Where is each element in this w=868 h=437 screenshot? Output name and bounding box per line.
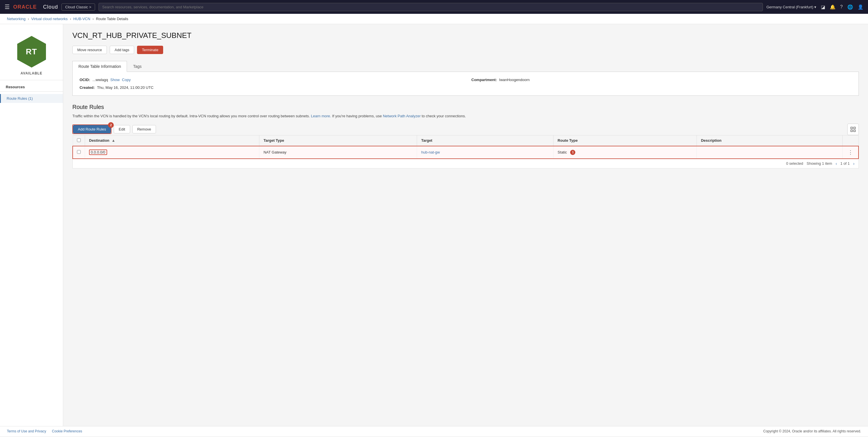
action-buttons: Move resource Add tags Terminate <box>72 46 859 54</box>
page-footer: Terms of Use and Privacy Cookie Preferen… <box>0 426 868 436</box>
ocid-row: OCID: ...wwlagq Show Copy <box>80 78 460 82</box>
header-description: Description <box>697 135 843 146</box>
svg-rect-2 <box>854 127 855 129</box>
header-route-type: Route Type <box>554 135 697 146</box>
tab-route-table-info[interactable]: Route Table Information <box>72 61 127 72</box>
page-title: VCN_RT_HUB_PRIVATE_SUBNET <box>72 31 859 40</box>
main-layout: RT AVAILABLE Resources Route Rules (1) V… <box>0 24 868 426</box>
top-navigation: ☰ ORACLE Cloud Cloud Classic > Germany C… <box>0 0 868 14</box>
page-info: 1 of 1 <box>840 161 850 166</box>
network-path-analyzer-link[interactable]: Network Path Analyzer <box>383 114 421 118</box>
created-label: Created: <box>80 85 95 90</box>
info-grid: OCID: ...wwlagq Show Copy Compartment: I… <box>80 78 851 90</box>
add-route-rules-button[interactable]: Add Route Rules <box>73 125 111 134</box>
user-icon[interactable]: 👤 <box>858 4 863 10</box>
created-value: Thu, May 16, 2024, 11:00:20 UTC <box>97 85 154 90</box>
showing-count: Showing 1 item <box>807 161 832 166</box>
compartment-row: Compartment: IwanHoogendoorn <box>471 78 851 82</box>
topnav-right: Germany Central (Frankfurt) ▾ ◪ 🔔 ? 🌐 👤 <box>766 4 863 10</box>
tabs-container: Route Table Information Tags <box>72 61 859 72</box>
resource-icon-container: RT AVAILABLE <box>0 30 63 80</box>
grid-icon <box>850 127 856 132</box>
oracle-text: ORACLE <box>13 4 37 10</box>
terminate-button[interactable]: Terminate <box>137 46 163 54</box>
svg-rect-3 <box>851 130 852 132</box>
tab-tags[interactable]: Tags <box>127 61 148 72</box>
sidebar-divider <box>0 91 63 92</box>
move-resource-button[interactable]: Move resource <box>72 46 107 54</box>
table-footer: 0 selected Showing 1 item ‹ 1 of 1 › <box>72 159 859 169</box>
ocid-label: OCID: <box>80 78 90 82</box>
hex-initials: RT <box>26 47 37 56</box>
route-rules-description: Traffic within the VCN is handled by the… <box>72 113 859 119</box>
sidebar-resources-title: Resources <box>0 80 63 91</box>
breadcrumb: Networking › Virtual cloud networks › HU… <box>0 14 868 24</box>
compartment-label: Compartment: <box>471 78 497 82</box>
row-target-type-cell: NAT Gateway <box>259 146 417 159</box>
breadcrumb-vcn-list[interactable]: Virtual cloud networks <box>31 17 68 21</box>
cloud-classic-button[interactable]: Cloud Classic > <box>61 3 95 11</box>
grid-view-button[interactable] <box>847 124 859 135</box>
left-sidebar: RT AVAILABLE Resources Route Rules (1) <box>0 24 63 426</box>
route-table-wrapper: Destination ▲ Target Type Target Route T… <box>72 135 859 169</box>
hamburger-menu[interactable]: ☰ <box>5 3 10 10</box>
search-input[interactable] <box>98 3 763 11</box>
footer-links: Terms of Use and Privacy Cookie Preferen… <box>7 429 82 433</box>
globe-icon[interactable]: 🌐 <box>847 4 853 10</box>
destination-highlight: 0.0.0.0/0 <box>89 149 107 155</box>
ocid-copy-link[interactable]: Copy <box>122 78 131 82</box>
route-table: Destination ▲ Target Type Target Route T… <box>72 135 859 159</box>
breadcrumb-networking[interactable]: Networking <box>7 17 26 21</box>
sidebar-item-route-rules[interactable]: Route Rules (1) <box>0 94 63 103</box>
created-row: Created: Thu, May 16, 2024, 11:00:20 UTC <box>80 85 460 90</box>
breadcrumb-current: Route Table Details <box>96 17 128 21</box>
row-actions-cell: ⋮ <box>843 146 859 159</box>
table-row: 0.0.0.0/0 NAT Gateway hub-nat-gw Static … <box>73 146 859 159</box>
row-actions-button[interactable]: ⋮ <box>847 149 854 155</box>
table-header: Destination ▲ Target Type Target Route T… <box>73 135 859 146</box>
compartment-value: IwanHoogendoorn <box>499 78 530 82</box>
breadcrumb-sep-2: › <box>70 17 72 21</box>
breadcrumb-hub-vcn[interactable]: HUB-VCN <box>73 17 90 21</box>
status-label: AVAILABLE <box>21 71 42 75</box>
header-destination: Destination ▲ <box>85 135 259 146</box>
edit-button[interactable]: Edit <box>114 125 130 134</box>
row-route-type-cell: Static 1 <box>554 146 697 159</box>
prev-page-button[interactable]: ‹ <box>836 161 837 166</box>
route-rules-title: Route Rules <box>72 104 859 110</box>
help-icon[interactable]: ? <box>840 4 843 9</box>
remove-button[interactable]: Remove <box>132 125 156 134</box>
selected-count: 0 selected <box>786 161 803 166</box>
cookies-link[interactable]: Cookie Preferences <box>52 429 82 433</box>
console-icon[interactable]: ◪ <box>821 4 825 10</box>
row-description-cell <box>697 146 843 159</box>
header-checkbox-col <box>73 135 85 146</box>
add-tags-button[interactable]: Add tags <box>110 46 134 54</box>
cloud-text: Cloud <box>43 4 58 10</box>
svg-rect-4 <box>854 130 855 132</box>
select-all-checkbox[interactable] <box>77 138 81 142</box>
add-route-rules-badge: 2 <box>108 122 114 128</box>
row-checkbox[interactable] <box>77 150 81 154</box>
bell-icon[interactable]: 🔔 <box>830 4 836 10</box>
row-checkbox-cell <box>73 146 85 159</box>
header-target: Target <box>417 135 554 146</box>
header-actions-col <box>843 135 859 146</box>
ocid-show-link[interactable]: Show <box>110 78 120 82</box>
terms-link[interactable]: Terms of Use and Privacy <box>7 429 46 433</box>
row-target-cell: hub-nat-gw <box>417 146 554 159</box>
table-body: 0.0.0.0/0 NAT Gateway hub-nat-gw Static … <box>73 146 859 159</box>
sort-arrow-destination[interactable]: ▲ <box>112 138 115 143</box>
next-page-button[interactable]: › <box>853 161 855 166</box>
content-area: VCN_RT_HUB_PRIVATE_SUBNET Move resource … <box>63 24 868 426</box>
info-panel: OCID: ...wwlagq Show Copy Compartment: I… <box>72 72 859 96</box>
region-selector[interactable]: Germany Central (Frankfurt) ▾ <box>766 5 816 9</box>
grid-view-button-container <box>847 124 859 135</box>
target-link[interactable]: hub-nat-gw <box>421 150 440 154</box>
header-target-type: Target Type <box>259 135 417 146</box>
learn-more-link[interactable]: Learn more. <box>311 114 331 118</box>
hex-icon: RT <box>14 34 49 69</box>
breadcrumb-sep-3: › <box>92 17 95 21</box>
oracle-logo: ORACLE Cloud <box>13 4 58 10</box>
ocid-value: ...wwlagq <box>92 78 108 82</box>
